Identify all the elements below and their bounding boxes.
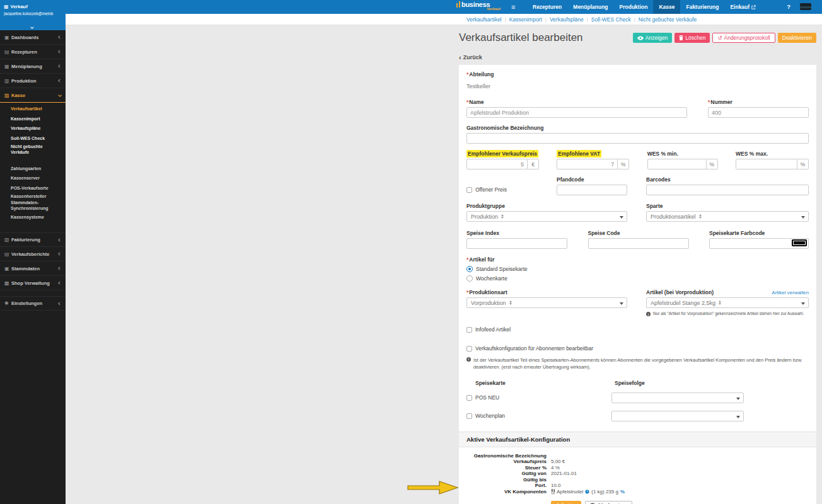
gastro-input[interactable]: [466, 133, 809, 144]
sidebar-item-menueplanung[interactable]: ▦ Menüplanung: [0, 59, 66, 74]
wochenplan-checkbox[interactable]: [466, 413, 472, 419]
produktionsart-label: *Produktionsart: [466, 289, 627, 295]
breadcrumb-nicht-gebuchte-verkaeufe[interactable]: Nicht gebuchte Verkäufe: [639, 16, 697, 23]
offener-preis-checkbox[interactable]: [466, 187, 472, 193]
vat-input[interactable]: [557, 159, 618, 169]
sort-icon: [699, 214, 702, 219]
chevron-down-icon: [736, 398, 740, 400]
name-input[interactable]: [466, 107, 687, 118]
sidebar-item-produktion[interactable]: ▥ Produktion: [0, 74, 66, 88]
topnav-menueplanung[interactable]: Menüplanung: [567, 0, 613, 14]
wochenkarte-radio[interactable]: [466, 275, 473, 282]
topnav-kasse[interactable]: Kasse: [653, 0, 680, 14]
pos-neu-checkbox[interactable]: [466, 395, 472, 401]
aendern-button[interactable]: Ändern: [551, 501, 581, 504]
wes-min-label: WES % min.: [647, 151, 718, 157]
brand-bar-icon: [456, 3, 458, 8]
breadcrumb-verkaufsplaene[interactable]: Verkaufspläne: [550, 16, 584, 23]
artikel-verwalten-link[interactable]: Artikel verwalten: [772, 290, 809, 295]
speisekarte-row: POS NEU: [466, 392, 809, 403]
produktgruppe-select[interactable]: Produktion: [466, 211, 627, 222]
aenderungsprotokoll-button[interactable]: ↺ Änderungsprotokoll: [712, 33, 775, 43]
loeschen-button[interactable]: Löschen: [674, 33, 710, 43]
sidebar-item-dashboards[interactable]: ▣ Dashboards: [0, 30, 66, 45]
speise-index-input[interactable]: [466, 238, 567, 249]
breadcrumb-soll-wes-check[interactable]: Soll-WES Check: [591, 16, 631, 23]
breadcrumb-kassenimport[interactable]: Kassenimport: [509, 16, 542, 23]
speisekarte-row: Wochenplan: [466, 411, 809, 421]
speise-code-input[interactable]: [588, 238, 689, 249]
alle-anzeigen-button[interactable]: Alle Anzeigen: [585, 501, 632, 504]
verkaufspreis-input[interactable]: [466, 159, 528, 169]
sidebar-subitem-verkaufsartikel[interactable]: Verkaufsartikel: [0, 104, 66, 114]
anzeigen-button[interactable]: Anzeigen: [633, 33, 672, 43]
wes-max-input[interactable]: [736, 159, 797, 169]
sparte-select[interactable]: Produktionsartikel: [646, 211, 809, 222]
sidebar-subitem-soll-wes-check[interactable]: Soll-WES Check: [0, 134, 66, 144]
chevron-left-icon: [58, 238, 62, 242]
external-link-icon: [751, 5, 756, 9]
gastro-label: Gastronomische Bezeichnung: [466, 125, 809, 131]
help-icon[interactable]: ?: [787, 0, 790, 14]
recipes-icon: ▤: [4, 49, 11, 55]
sidebar-subitem-kassenserver[interactable]: Kassenserver: [0, 173, 66, 183]
sidebar-item-rezepturen[interactable]: ▤ Rezepturen: [0, 45, 66, 59]
speisekarte-column-header: Speisekarte: [475, 380, 615, 386]
nummer-input[interactable]: [708, 107, 809, 118]
config-label: Gastronomische Bezeichnung: [466, 453, 547, 459]
vorproduktion-select[interactable]: Apfelstrudel Stange 2,5kg: [646, 297, 809, 308]
language-flag-icon[interactable]: [800, 3, 811, 10]
sidebar-subitem-kassensysteme[interactable]: Kassensysteme: [0, 212, 66, 222]
topnav-einkauf[interactable]: Einkauf: [724, 0, 761, 14]
user-module: Verkauf: [11, 4, 28, 9]
pointer-arrow-annotation: [407, 479, 460, 496]
wes-min-input[interactable]: [647, 159, 707, 169]
config-value: 4 %: [551, 465, 560, 471]
topnav-rezepturen[interactable]: Rezepturen: [527, 0, 567, 14]
back-link-top[interactable]: ‹ Zurück: [459, 54, 482, 60]
artikel-fuer-label: *Artikel für: [466, 256, 809, 263]
brand-logo[interactable]: business Verkauf: [456, 1, 501, 11]
sidebar-subitem-kassenimport[interactable]: Kassenimport: [0, 114, 66, 124]
config-value: 10.0: [551, 483, 561, 489]
sidebar-item-stammdaten[interactable]: ▣ Stammdaten: [0, 261, 66, 276]
chevron-left-icon: [58, 252, 62, 256]
sidebar-subitem-verkaufsplaene[interactable]: Verkaufspläne: [0, 123, 66, 134]
breadcrumb-verkaufsartikel[interactable]: Verkaufsartikel: [466, 16, 502, 23]
produktionsart-select[interactable]: Vorproduktion: [466, 297, 627, 308]
sidebar-item-kasse[interactable]: ▨ Kasse: [0, 88, 66, 103]
sidebar-item-einstellungen[interactable]: ✱ Einstellungen: [0, 296, 66, 311]
name-label: *Name: [466, 99, 687, 105]
active-config-section-header: Aktive Verkaufsartikel-Konfiguration: [459, 432, 816, 447]
barcodes-input[interactable]: [646, 185, 809, 195]
vat-label: Empfohlene VAT: [557, 151, 629, 157]
topnav-produktion[interactable]: Produktion: [614, 0, 654, 14]
nummer-label: *Nummer: [708, 99, 809, 105]
abo-config-checkbox[interactable]: [466, 346, 472, 352]
pfandcode-input[interactable]: [557, 185, 627, 195]
speisefolge-column-header: Speisefolge: [615, 380, 645, 386]
sidebar-item-verkaufsberichte[interactable]: ▤ Verkaufsberichte: [0, 247, 66, 261]
pos-neu-speisefolge-select[interactable]: [611, 392, 744, 403]
deaktivieren-button[interactable]: Deaktivieren: [778, 33, 816, 43]
color-swatch[interactable]: [792, 239, 807, 246]
infofeed-checkbox[interactable]: [466, 327, 472, 333]
chevron-left-icon: [58, 35, 62, 39]
sidebar-item-fakturierung[interactable]: ▧ Fakturierung: [0, 232, 66, 247]
topnav-fakturierung[interactable]: Fakturierung: [680, 0, 724, 14]
sidebar-subitem-nicht-gebuchte-verkaeufe[interactable]: Nicht gebuchte Verkäufe: [0, 143, 66, 156]
sidebar-subitem-pos-verkaufsorte[interactable]: POS-Verkaufsorte: [0, 183, 66, 193]
edit-form-card: *Abteilung Testkeller *Name *Nummer Gast…: [459, 65, 816, 504]
sidebar-item-shop-verwaltung[interactable]: ▩ Shop Verwaltung: [0, 276, 66, 290]
user-account-panel[interactable]: ▦ Verkauf jacqueline.koloczek@meinb: [0, 0, 66, 30]
sidebar-subitem-kassenhersteller-sync[interactable]: Kassenhersteller Stammdaten-Synchronisie…: [0, 193, 66, 212]
kasse-submenu-admin: Zahlungsarten Kassenserver POS-Verkaufso…: [0, 164, 66, 224]
sidebar-subitem-zahlungsarten[interactable]: Zahlungsarten: [0, 164, 66, 174]
wochenplan-speisefolge-select[interactable]: [611, 411, 744, 421]
chevron-down-icon: [620, 216, 623, 219]
standard-speisekarte-radio[interactable]: [466, 266, 473, 272]
hamburger-menu-icon[interactable]: ≡: [511, 0, 515, 14]
speise-index-label: Speise Index: [466, 230, 567, 236]
chevron-left-icon: [58, 79, 62, 83]
cash-register-icon: ▨: [4, 93, 11, 98]
